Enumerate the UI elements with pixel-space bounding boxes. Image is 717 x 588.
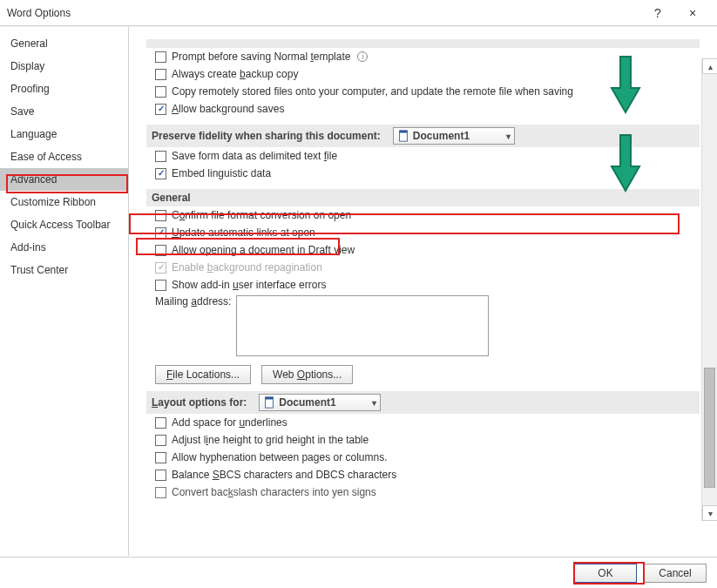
preserve-document-combo[interactable]: Document1 ▾ <box>393 127 515 145</box>
row-save-form-data[interactable]: Save form data as delimited text file <box>146 147 700 165</box>
label: Confirm file format conversion on open <box>172 209 351 221</box>
checkbox-icon[interactable] <box>155 470 166 481</box>
sidebar-item-quick-access-toolbar[interactable]: Quick Access Toolbar <box>0 213 128 236</box>
checkbox-icon[interactable] <box>155 435 166 446</box>
section-bar-general: General <box>146 189 700 206</box>
scroll-up-button[interactable]: ▴ <box>702 58 717 74</box>
row-update-auto-links[interactable]: Update automatic links at open <box>146 224 700 241</box>
checkbox-icon[interactable] <box>155 104 166 115</box>
section-title: General <box>152 192 191 204</box>
checkbox-icon[interactable] <box>155 168 166 179</box>
label: Convert backslash characters into yen si… <box>172 486 376 498</box>
help-button[interactable]: ? <box>640 0 675 26</box>
label: Always create backup copy <box>172 68 298 80</box>
main-panel: Prompt before saving Normal template i A… <box>129 27 717 556</box>
row-balance-sbcs-dbcs[interactable]: Balance SBCS characters and DBCS charact… <box>146 466 700 483</box>
checkbox-icon[interactable] <box>155 227 166 239</box>
close-button[interactable]: × <box>675 0 710 26</box>
label: Prompt before saving Normal template <box>172 51 350 63</box>
checkbox-icon[interactable] <box>155 280 166 291</box>
row-adjust-line-height[interactable]: Adjust line height to grid height in the… <box>146 431 700 449</box>
row-allow-background-saves[interactable]: Allow background saves <box>146 100 700 118</box>
document-icon <box>397 130 409 142</box>
checkbox-icon[interactable] <box>155 69 166 80</box>
label: Save form data as delimited text file <box>172 150 337 162</box>
label: Add space for underlines <box>172 416 287 429</box>
checkbox-icon[interactable] <box>155 210 166 221</box>
row-convert-backslash-yen[interactable]: Convert backslash characters into yen si… <box>146 483 700 501</box>
sidebar-item-proofing[interactable]: Proofing <box>0 78 128 100</box>
section-bar-layout-options: Layout options for: Document1 ▾ <box>146 391 700 414</box>
row-add-space-underlines[interactable]: Add space for underlines <box>146 414 700 431</box>
scroll-down-button[interactable]: ▾ <box>702 505 717 521</box>
cancel-button[interactable]: Cancel <box>644 564 707 583</box>
checkbox-icon[interactable] <box>155 417 166 429</box>
sidebar-item-general[interactable]: General <box>0 32 128 55</box>
combo-value: Document1 <box>279 396 335 409</box>
document-icon <box>263 396 275 409</box>
label: Enable background repagination <box>172 261 322 274</box>
section-bar-preserve-fidelity: Preserve fidelity when sharing this docu… <box>146 125 700 147</box>
row-confirm-file-format[interactable]: Confirm file format conversion on open <box>146 206 700 224</box>
label: Mailing address: <box>155 295 231 308</box>
chevron-down-icon: ▾ <box>506 132 511 141</box>
checkbox-icon <box>155 262 166 274</box>
row-background-repagination: Enable background repagination <box>146 259 700 276</box>
svg-rect-3 <box>266 397 274 400</box>
label: Allow opening a document in Draft view <box>172 244 355 256</box>
sidebar-item-save[interactable]: Save <box>0 100 128 123</box>
label: Allow hyphenation between pages or colum… <box>172 451 388 463</box>
sidebar-item-ease-of-access[interactable]: Ease of Access <box>0 145 128 168</box>
titlebar: Word Options ? × <box>0 0 717 26</box>
mailing-address-input[interactable] <box>236 295 489 356</box>
row-allow-hyphenation[interactable]: Allow hyphenation between pages or colum… <box>146 449 700 466</box>
section-title: Layout options for: <box>152 396 247 409</box>
sidebar-item-display[interactable]: Display <box>0 55 128 78</box>
checkbox-icon[interactable] <box>155 487 166 498</box>
checkbox-icon[interactable] <box>155 245 166 256</box>
label: Adjust line height to grid height in the… <box>172 434 369 446</box>
section-title: Preserve fidelity when sharing this docu… <box>152 130 381 142</box>
scroll-thumb[interactable] <box>704 368 715 489</box>
row-mailing-address: Mailing address: <box>146 294 700 358</box>
checkbox-icon[interactable] <box>155 151 166 162</box>
label: Embed linguistic data <box>172 167 271 179</box>
dialog-footer: OK Cancel <box>0 557 717 588</box>
row-copy-remotely-stored[interactable]: Copy remotely stored files onto your com… <box>146 83 700 100</box>
ok-button[interactable]: OK <box>574 564 637 583</box>
label: Allow background saves <box>172 103 284 115</box>
label: Update automatic links at open <box>172 226 315 239</box>
chevron-down-icon: ▾ <box>372 398 376 408</box>
sidebar-item-language[interactable]: Language <box>0 123 128 145</box>
info-icon[interactable]: i <box>357 51 368 62</box>
window-title: Word Options <box>7 7 640 19</box>
label: Balance SBCS characters and DBCS charact… <box>172 469 396 481</box>
label: Copy remotely stored files onto your com… <box>172 85 573 98</box>
checkbox-icon[interactable] <box>155 452 166 463</box>
checkbox-icon[interactable] <box>155 51 166 63</box>
checkbox-icon[interactable] <box>155 86 166 98</box>
row-always-create-backup[interactable]: Always create backup copy <box>146 65 700 83</box>
sidebar-item-add-ins[interactable]: Add-ins <box>0 236 128 259</box>
label: Show add-in user interface errors <box>172 279 326 291</box>
sidebar-item-advanced[interactable]: Advanced <box>0 168 128 191</box>
layout-document-combo[interactable]: Document1 ▾ <box>259 394 381 411</box>
sidebar-item-trust-center[interactable]: Trust Center <box>0 259 128 281</box>
scroll-track[interactable] <box>702 74 717 505</box>
file-locations-button[interactable]: File Locations... <box>155 365 251 384</box>
row-show-addin-errors[interactable]: Show add-in user interface errors <box>146 276 700 294</box>
dialog-content: General Display Proofing Save Language E… <box>0 26 717 556</box>
web-options-button[interactable]: Web Options... <box>261 365 353 384</box>
combo-value: Document1 <box>413 130 470 142</box>
vertical-scrollbar[interactable]: ▴ ▾ <box>701 58 717 521</box>
row-prompt-normal-template[interactable]: Prompt before saving Normal template i <box>146 48 700 65</box>
section-bar-save-partial <box>146 39 700 48</box>
row-embed-linguistic[interactable]: Embed linguistic data <box>146 165 700 182</box>
svg-rect-1 <box>399 131 407 133</box>
sidebar-item-customize-ribbon[interactable]: Customize Ribbon <box>0 191 128 213</box>
row-allow-draft-view[interactable]: Allow opening a document in Draft view <box>146 241 700 259</box>
sidebar: General Display Proofing Save Language E… <box>0 27 129 556</box>
